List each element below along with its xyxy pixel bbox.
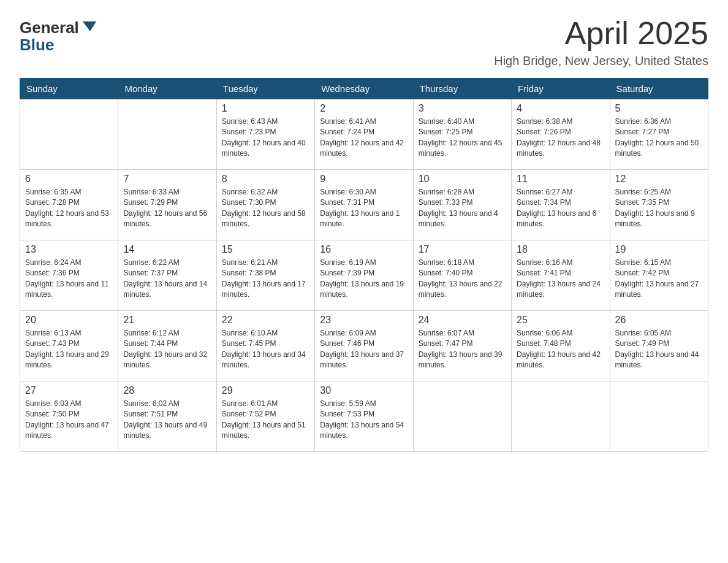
day-info: Sunrise: 6:43 AMSunset: 7:23 PMDaylight:… [222, 117, 309, 159]
day-number: 1 [222, 103, 309, 114]
calendar-cell: 28Sunrise: 6:02 AMSunset: 7:51 PMDayligh… [118, 381, 216, 452]
day-number: 26 [615, 315, 703, 326]
calendar-cell: 2Sunrise: 6:41 AMSunset: 7:24 PMDaylight… [315, 99, 413, 170]
logo-general-text: General [20, 20, 79, 36]
day-info: Sunrise: 5:59 AMSunset: 7:53 PMDaylight:… [320, 399, 408, 442]
calendar-cell: 19Sunrise: 6:15 AMSunset: 7:42 PMDayligh… [610, 240, 708, 311]
calendar-table: SundayMondayTuesdayWednesdayThursdayFrid… [20, 78, 708, 452]
logo-blue-text: Blue [20, 36, 54, 54]
day-info: Sunrise: 6:32 AMSunset: 7:30 PMDaylight:… [222, 187, 309, 230]
month-title: April 2025 [494, 15, 708, 52]
day-info: Sunrise: 6:25 AMSunset: 7:35 PMDaylight:… [615, 187, 703, 230]
calendar-cell [610, 381, 708, 452]
calendar-cell: 23Sunrise: 6:09 AMSunset: 7:46 PMDayligh… [315, 311, 413, 381]
calendar-cell: 14Sunrise: 6:22 AMSunset: 7:37 PMDayligh… [118, 240, 216, 311]
day-number: 12 [615, 174, 703, 185]
day-number: 15 [222, 244, 309, 255]
calendar-week-row: 20Sunrise: 6:13 AMSunset: 7:43 PMDayligh… [20, 311, 708, 381]
day-info: Sunrise: 6:19 AMSunset: 7:39 PMDaylight:… [320, 258, 408, 301]
day-number: 30 [320, 385, 408, 396]
calendar-cell: 10Sunrise: 6:28 AMSunset: 7:33 PMDayligh… [413, 170, 511, 240]
day-info: Sunrise: 6:09 AMSunset: 7:46 PMDaylight:… [320, 328, 408, 371]
calendar-cell: 22Sunrise: 6:10 AMSunset: 7:45 PMDayligh… [216, 311, 314, 381]
day-number: 14 [123, 244, 211, 255]
page-header: General Blue April 2025 High Bridge, New… [20, 15, 708, 68]
day-info: Sunrise: 6:35 AMSunset: 7:28 PMDaylight:… [25, 187, 113, 230]
day-number: 20 [25, 315, 113, 326]
calendar-cell: 8Sunrise: 6:32 AMSunset: 7:30 PMDaylight… [216, 170, 314, 240]
calendar-cell: 25Sunrise: 6:06 AMSunset: 7:48 PMDayligh… [512, 311, 610, 381]
col-header-monday: Monday [118, 79, 216, 99]
calendar-cell: 27Sunrise: 6:03 AMSunset: 7:50 PMDayligh… [20, 381, 118, 452]
day-number: 4 [517, 103, 604, 114]
day-info: Sunrise: 6:03 AMSunset: 7:50 PMDaylight:… [25, 399, 113, 442]
day-number: 5 [615, 103, 703, 114]
calendar-cell: 9Sunrise: 6:30 AMSunset: 7:31 PMDaylight… [315, 170, 413, 240]
col-header-sunday: Sunday [20, 79, 118, 99]
day-number: 18 [517, 244, 604, 255]
day-number: 19 [615, 244, 703, 255]
day-info: Sunrise: 6:18 AMSunset: 7:40 PMDaylight:… [419, 258, 506, 301]
day-number: 11 [517, 174, 604, 185]
calendar-week-row: 27Sunrise: 6:03 AMSunset: 7:50 PMDayligh… [20, 381, 708, 452]
svg-marker-0 [83, 21, 96, 31]
calendar-cell: 26Sunrise: 6:05 AMSunset: 7:49 PMDayligh… [610, 311, 708, 381]
calendar-cell: 5Sunrise: 6:36 AMSunset: 7:27 PMDaylight… [610, 99, 708, 170]
day-info: Sunrise: 6:27 AMSunset: 7:34 PMDaylight:… [517, 187, 604, 230]
logo: General Blue [20, 20, 99, 55]
day-info: Sunrise: 6:21 AMSunset: 7:38 PMDaylight:… [222, 258, 309, 301]
day-number: 8 [222, 174, 309, 185]
day-info: Sunrise: 6:13 AMSunset: 7:43 PMDaylight:… [25, 328, 113, 371]
calendar-cell: 11Sunrise: 6:27 AMSunset: 7:34 PMDayligh… [512, 170, 610, 240]
calendar-cell: 13Sunrise: 6:24 AMSunset: 7:36 PMDayligh… [20, 240, 118, 311]
day-info: Sunrise: 6:02 AMSunset: 7:51 PMDaylight:… [123, 399, 211, 442]
calendar-cell: 29Sunrise: 6:01 AMSunset: 7:52 PMDayligh… [216, 381, 314, 452]
day-info: Sunrise: 6:24 AMSunset: 7:36 PMDaylight:… [25, 258, 113, 301]
day-number: 23 [320, 315, 408, 326]
day-info: Sunrise: 6:38 AMSunset: 7:26 PMDaylight:… [517, 117, 604, 159]
day-number: 13 [25, 244, 113, 255]
day-number: 6 [25, 174, 113, 185]
day-number: 22 [222, 315, 309, 326]
calendar-cell: 6Sunrise: 6:35 AMSunset: 7:28 PMDaylight… [20, 170, 118, 240]
day-number: 25 [517, 315, 604, 326]
calendar-cell [20, 99, 118, 170]
day-info: Sunrise: 6:07 AMSunset: 7:47 PMDaylight:… [419, 328, 506, 371]
day-info: Sunrise: 6:41 AMSunset: 7:24 PMDaylight:… [320, 117, 408, 159]
day-info: Sunrise: 6:10 AMSunset: 7:45 PMDaylight:… [222, 328, 309, 371]
col-header-friday: Friday [512, 79, 610, 99]
day-number: 28 [123, 385, 211, 396]
calendar-cell: 20Sunrise: 6:13 AMSunset: 7:43 PMDayligh… [20, 311, 118, 381]
col-header-wednesday: Wednesday [315, 79, 413, 99]
day-number: 10 [419, 174, 506, 185]
day-number: 3 [419, 103, 506, 114]
calendar-cell: 12Sunrise: 6:25 AMSunset: 7:35 PMDayligh… [610, 170, 708, 240]
day-info: Sunrise: 6:28 AMSunset: 7:33 PMDaylight:… [419, 187, 506, 230]
day-info: Sunrise: 6:30 AMSunset: 7:31 PMDaylight:… [320, 187, 408, 230]
col-header-saturday: Saturday [610, 79, 708, 99]
day-info: Sunrise: 6:06 AMSunset: 7:48 PMDaylight:… [517, 328, 604, 371]
calendar-cell: 4Sunrise: 6:38 AMSunset: 7:26 PMDaylight… [512, 99, 610, 170]
title-section: April 2025 High Bridge, New Jersey, Unit… [494, 15, 708, 68]
day-number: 21 [123, 315, 211, 326]
col-header-tuesday: Tuesday [216, 79, 314, 99]
calendar-cell: 21Sunrise: 6:12 AMSunset: 7:44 PMDayligh… [118, 311, 216, 381]
logo-flag-icon [80, 20, 99, 35]
calendar-week-row: 13Sunrise: 6:24 AMSunset: 7:36 PMDayligh… [20, 240, 708, 311]
day-number: 24 [419, 315, 506, 326]
calendar-cell: 16Sunrise: 6:19 AMSunset: 7:39 PMDayligh… [315, 240, 413, 311]
day-info: Sunrise: 6:15 AMSunset: 7:42 PMDaylight:… [615, 258, 703, 301]
calendar-cell [512, 381, 610, 452]
day-info: Sunrise: 6:16 AMSunset: 7:41 PMDaylight:… [517, 258, 604, 301]
col-header-thursday: Thursday [413, 79, 511, 99]
calendar-header-row: SundayMondayTuesdayWednesdayThursdayFrid… [20, 79, 708, 99]
calendar-cell: 1Sunrise: 6:43 AMSunset: 7:23 PMDaylight… [216, 99, 314, 170]
day-info: Sunrise: 6:40 AMSunset: 7:25 PMDaylight:… [419, 117, 506, 159]
day-info: Sunrise: 6:33 AMSunset: 7:29 PMDaylight:… [123, 187, 211, 230]
calendar-cell: 15Sunrise: 6:21 AMSunset: 7:38 PMDayligh… [216, 240, 314, 311]
calendar-cell: 24Sunrise: 6:07 AMSunset: 7:47 PMDayligh… [413, 311, 511, 381]
day-number: 16 [320, 244, 408, 255]
calendar-cell: 17Sunrise: 6:18 AMSunset: 7:40 PMDayligh… [413, 240, 511, 311]
calendar-week-row: 6Sunrise: 6:35 AMSunset: 7:28 PMDaylight… [20, 170, 708, 240]
calendar-cell: 30Sunrise: 5:59 AMSunset: 7:53 PMDayligh… [315, 381, 413, 452]
